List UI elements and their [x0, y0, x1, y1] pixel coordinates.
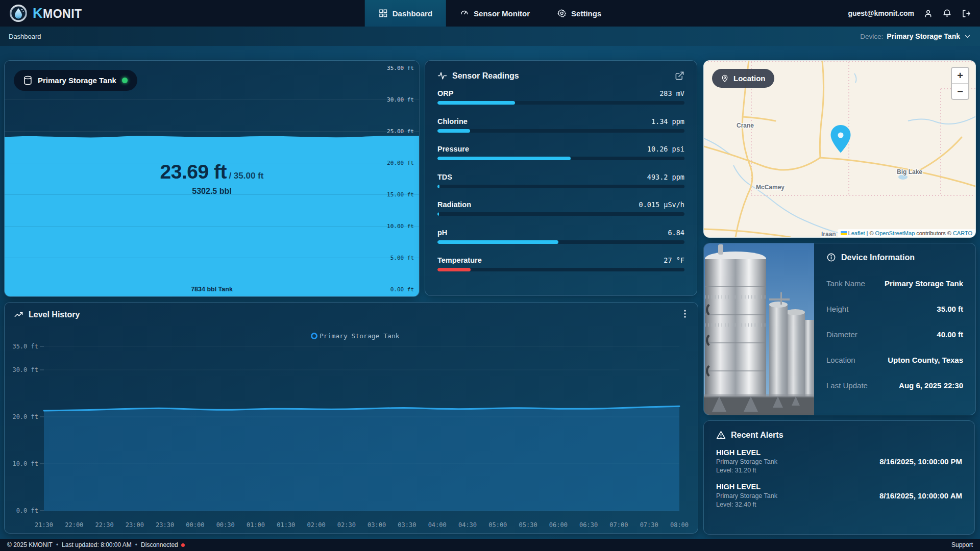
map-town-crane: Crane — [737, 122, 754, 129]
carto-link[interactable]: CARTO — [953, 230, 972, 236]
user-email: guest@kmonit.com — [848, 9, 914, 17]
alert-item[interactable]: HIGH LEVELPrimary Storage TankLevel: 31.… — [716, 448, 962, 474]
bell-icon[interactable] — [942, 9, 952, 18]
sensor-value: 283 mV — [659, 89, 684, 97]
alert-item[interactable]: HIGH LEVELPrimary Storage TankLevel: 32.… — [716, 483, 962, 508]
kebab-menu-icon[interactable] — [680, 309, 690, 319]
sensor-label: Temperature — [437, 256, 482, 264]
device-selector[interactable]: Device: Primary Storage Tank — [860, 32, 971, 40]
chart-area-fill — [44, 406, 679, 511]
device-info-label: Diameter — [826, 330, 857, 339]
location-map-panel[interactable]: Crane McCamey Big Lake Iraan Location + … — [703, 60, 976, 238]
device-info-value: Primary Storage Tank — [885, 279, 963, 288]
nav-tabs: Dashboard Sensor Monitor Settings — [365, 0, 616, 27]
footer-sep1: • — [56, 541, 58, 548]
sensor-panel-header: Sensor Readings — [437, 71, 684, 81]
sensor-label: ORP — [437, 89, 453, 97]
sensor-bar-track — [437, 240, 684, 244]
tank-gridline — [5, 258, 419, 258]
breadcrumb: Dashboard — [9, 33, 41, 40]
sensor-bar-track — [437, 212, 684, 216]
map-zoom-control: + − — [951, 67, 969, 100]
ukraine-flag-icon — [841, 231, 847, 235]
attribution-sep2: contributors © — [916, 230, 951, 236]
chart-y-tick-label: 35.0 ft — [12, 343, 38, 350]
device-info-row: LocationUpton County, Texas — [826, 356, 963, 364]
support-link[interactable]: Support — [951, 541, 973, 548]
chart-x-tick-label: 04:30 — [458, 521, 477, 529]
tank-volume: 5302.5 bbl — [5, 187, 419, 196]
activity-pulse-icon — [437, 71, 447, 81]
sensor-bar-fill — [437, 129, 470, 133]
sensor-row: TDS493.2 ppm — [437, 173, 684, 188]
sensor-value: 10.26 psi — [647, 145, 684, 153]
map-zoom-out-button[interactable]: − — [952, 84, 968, 99]
tab-dashboard[interactable]: Dashboard — [365, 0, 446, 27]
sensor-label: TDS — [437, 173, 452, 181]
alert-timestamp: 8/16/2025, 10:00:00 AM — [879, 491, 962, 500]
leaflet-link[interactable]: Leaflet — [848, 230, 865, 236]
sensor-value: 6.84 — [668, 229, 684, 237]
logout-icon[interactable] — [961, 9, 971, 18]
device-info-rows: Tank NamePrimary Storage TankHeight35.00… — [826, 279, 963, 390]
tab-sensor-monitor[interactable]: Sensor Monitor — [446, 0, 544, 27]
chart-x-tick-label: 00:30 — [216, 521, 235, 529]
chart-x-tick-label: 07:00 — [609, 521, 628, 529]
device-info-row: Tank NamePrimary Storage Tank — [826, 279, 963, 288]
tab-dashboard-label: Dashboard — [393, 9, 432, 18]
sensor-value: 1.34 ppm — [651, 117, 684, 126]
tank-gridline — [5, 99, 419, 100]
tank-name-label: Primary Storage Tank — [38, 76, 116, 85]
device-info-value: Upton County, Texas — [888, 356, 963, 364]
alerts-header: Recent Alerts — [716, 430, 962, 440]
tank-capacity-label: 7834 bbl Tank — [5, 286, 419, 293]
chart-y-tick-label: 10.0 ft — [12, 460, 38, 467]
chart-x-tick-label: 21:30 — [35, 521, 53, 529]
sensor-value: 0.015 µSv/h — [639, 201, 684, 209]
subheader-bar: Dashboard Device: Primary Storage Tank — [0, 27, 980, 46]
user-icon[interactable] — [923, 9, 933, 18]
chevron-down-icon — [964, 33, 971, 40]
tank-online-status-dot — [122, 78, 128, 83]
sensor-value: 27 °F — [664, 256, 684, 264]
tank-axis-label: 25.00 ft — [387, 128, 414, 135]
device-info-header: Device Information — [826, 253, 963, 262]
tank-level-panel: Primary Storage Tank 35.00 ft30.00 ft25.… — [4, 60, 420, 297]
tab-settings[interactable]: Settings — [544, 0, 615, 27]
alerts-title: Recent Alerts — [731, 431, 783, 440]
alert-items: HIGH LEVELPrimary Storage TankLevel: 31.… — [716, 448, 962, 508]
sensor-row-header: TDS493.2 ppm — [437, 173, 684, 181]
info-icon — [826, 253, 836, 262]
tab-settings-label: Settings — [571, 9, 601, 18]
tank-level-value: 23.69 ft — [160, 161, 227, 183]
level-history-panel: 35.0 ft30.0 ft20.0 ft10.0 ft0.0 ft21:302… — [4, 302, 698, 534]
chart-x-tick-label: 03:00 — [368, 521, 386, 529]
device-information-panel: Device Information Tank NamePrimary Stor… — [703, 243, 976, 415]
sensor-label: Pressure — [437, 145, 469, 153]
sensor-row-header: ORP283 mV — [437, 89, 684, 97]
attribution-sep1: | © — [867, 230, 874, 236]
chart-x-tick-label: 22:30 — [95, 521, 114, 529]
alert-level: Level: 32.40 ft — [716, 501, 777, 508]
tank-axis-label: 35.00 ft — [387, 65, 414, 71]
chart-x-tick-label: 02:30 — [337, 521, 356, 529]
tank-photo — [704, 243, 814, 415]
device-selector-value: Primary Storage Tank — [887, 32, 960, 40]
map-zoom-in-button[interactable]: + — [952, 68, 968, 84]
alert-type: HIGH LEVEL — [716, 483, 777, 491]
tank-axis-label: 10.00 ft — [387, 223, 414, 230]
chart-y-tick-label: 0.0 ft — [16, 507, 38, 514]
openstreetmap-link[interactable]: OpenStreetMap — [875, 230, 915, 236]
dashboard-grid-icon — [379, 9, 388, 18]
chart-x-tick-label: 02:00 — [307, 521, 326, 529]
brand-rest: MONIT — [43, 7, 82, 20]
sensor-bar-fill — [437, 268, 471, 271]
chart-x-tick-label: 23:30 — [156, 521, 174, 529]
device-info-row: Diameter40.00 ft — [826, 330, 963, 339]
alert-item-details: HIGH LEVELPrimary Storage TankLevel: 31.… — [716, 448, 777, 474]
chart-x-tick-label: 00:00 — [186, 521, 204, 529]
chart-legend[interactable]: Primary Storage Tank — [311, 332, 400, 340]
external-link-icon[interactable] — [675, 71, 684, 81]
sensor-bar-track — [437, 185, 684, 188]
legend-marker-icon — [311, 333, 317, 339]
